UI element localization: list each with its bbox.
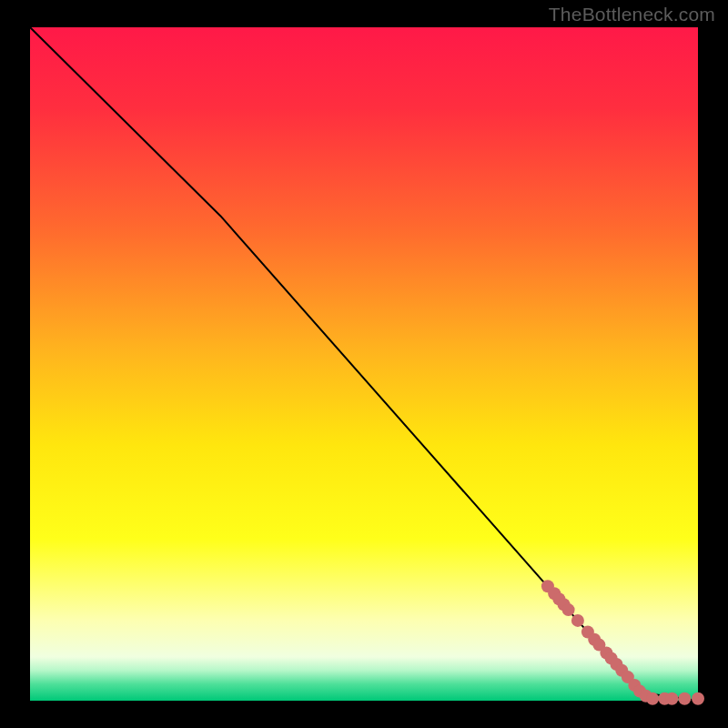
plot-background xyxy=(30,27,698,701)
data-marker xyxy=(692,693,704,705)
data-marker xyxy=(665,693,678,705)
chart-svg xyxy=(0,0,728,728)
data-marker xyxy=(562,603,575,616)
data-marker xyxy=(678,693,691,705)
chart-frame: TheBottleneck.com xyxy=(0,0,728,728)
data-marker xyxy=(571,614,584,627)
data-marker xyxy=(646,693,659,705)
